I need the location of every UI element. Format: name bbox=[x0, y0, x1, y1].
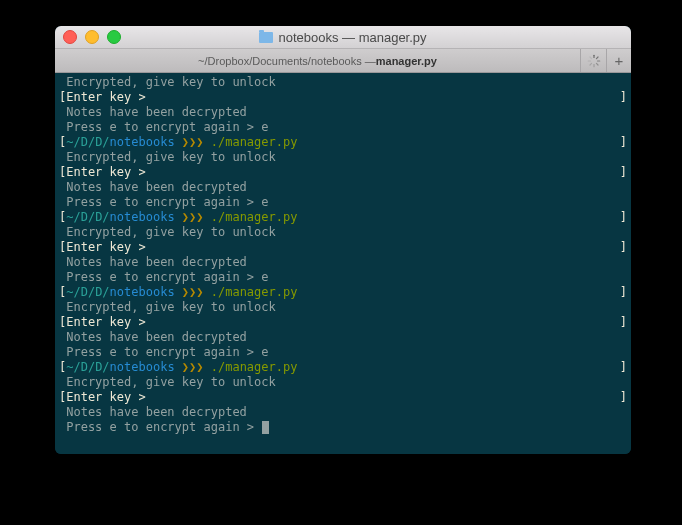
terminal-line: [~/D/D/notebooks ❯❯❯ ./manager.py] bbox=[59, 210, 627, 225]
terminal-line: Press e to encrypt again > bbox=[59, 420, 627, 435]
terminal-line: [~/D/D/notebooks ❯❯❯ ./manager.py] bbox=[59, 285, 627, 300]
tab-path: ~/Dropbox/Documents/notebooks — bbox=[198, 55, 376, 67]
terminal-line: [Enter key >] bbox=[59, 315, 627, 330]
terminal-line: Notes have been decrypted bbox=[59, 105, 627, 120]
terminal-line: Press e to encrypt again > e bbox=[59, 270, 627, 285]
tab-file: manager.py bbox=[376, 55, 437, 67]
terminal-line: Notes have been decrypted bbox=[59, 405, 627, 420]
terminal-line: Press e to encrypt again > e bbox=[59, 345, 627, 360]
terminal-line: [Enter key >] bbox=[59, 390, 627, 405]
terminal-line: Encrypted, give key to unlock bbox=[59, 375, 627, 390]
svg-line-7 bbox=[589, 56, 591, 58]
svg-line-1 bbox=[596, 56, 598, 58]
new-tab-button[interactable]: + bbox=[607, 49, 631, 72]
terminal-line: [Enter key >] bbox=[59, 165, 627, 180]
cursor bbox=[262, 421, 269, 434]
terminal-window: notebooks — manager.py ~/Dropbox/Documen… bbox=[55, 26, 631, 454]
window-controls bbox=[55, 30, 121, 44]
terminal-line: [Enter key >] bbox=[59, 90, 627, 105]
svg-line-3 bbox=[596, 63, 598, 65]
minimize-icon[interactable] bbox=[85, 30, 99, 44]
terminal-line: Notes have been decrypted bbox=[59, 255, 627, 270]
svg-line-5 bbox=[589, 63, 591, 65]
terminal-line: Notes have been decrypted bbox=[59, 180, 627, 195]
terminal-line: Press e to encrypt again > e bbox=[59, 195, 627, 210]
terminal-line: Encrypted, give key to unlock bbox=[59, 150, 627, 165]
terminal-line: [~/D/D/notebooks ❯❯❯ ./manager.py] bbox=[59, 135, 627, 150]
folder-icon bbox=[259, 32, 273, 43]
close-icon[interactable] bbox=[63, 30, 77, 44]
terminal-line: Encrypted, give key to unlock bbox=[59, 225, 627, 240]
activity-spinner-icon bbox=[581, 49, 607, 72]
title-text: notebooks — manager.py bbox=[278, 30, 426, 45]
tab-bar: ~/Dropbox/Documents/notebooks — manager.… bbox=[55, 49, 631, 73]
terminal-body[interactable]: Encrypted, give key to unlock[Enter key … bbox=[55, 73, 631, 454]
terminal-line: Press e to encrypt again > e bbox=[59, 120, 627, 135]
tab-main[interactable]: ~/Dropbox/Documents/notebooks — manager.… bbox=[55, 49, 581, 72]
terminal-line: [Enter key >] bbox=[59, 240, 627, 255]
terminal-line: Encrypted, give key to unlock bbox=[59, 75, 627, 90]
zoom-icon[interactable] bbox=[107, 30, 121, 44]
terminal-line: Encrypted, give key to unlock bbox=[59, 300, 627, 315]
window-title: notebooks — manager.py bbox=[55, 30, 631, 45]
plus-icon: + bbox=[615, 52, 624, 69]
terminal-line: Notes have been decrypted bbox=[59, 330, 627, 345]
terminal-line: [~/D/D/notebooks ❯❯❯ ./manager.py] bbox=[59, 360, 627, 375]
titlebar: notebooks — manager.py bbox=[55, 26, 631, 49]
